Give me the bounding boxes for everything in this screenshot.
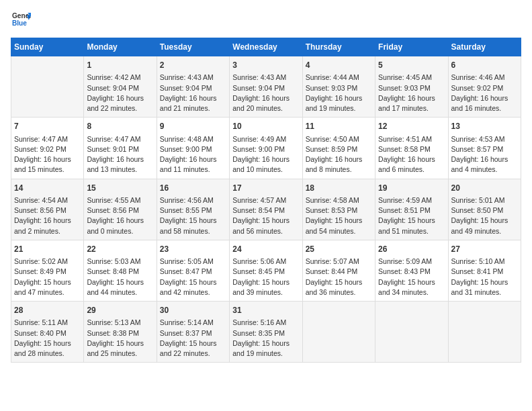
cell-line: Sunrise: 4:43 AM bbox=[232, 73, 299, 83]
day-number: 27 bbox=[451, 244, 518, 255]
cell-line: Daylight: 16 hours bbox=[87, 216, 153, 226]
cell-line: Sunrise: 4:45 AM bbox=[378, 73, 445, 83]
col-header-thursday: Thursday bbox=[302, 38, 375, 56]
cell-line: Daylight: 15 hours bbox=[160, 277, 226, 287]
calendar-cell: 9Sunrise: 4:48 AMSunset: 9:00 PMDaylight… bbox=[157, 118, 229, 179]
calendar-cell: 14Sunrise: 4:54 AMSunset: 8:56 PMDayligh… bbox=[11, 179, 84, 240]
cell-line: Daylight: 15 hours bbox=[306, 216, 372, 226]
cell-line: Daylight: 15 hours bbox=[160, 216, 226, 226]
cell-line: Sunrise: 4:42 AM bbox=[87, 73, 153, 83]
day-number: 8 bbox=[87, 121, 153, 132]
cell-line: Sunrise: 4:56 AM bbox=[160, 195, 226, 205]
cell-line: Sunset: 8:53 PM bbox=[306, 205, 372, 216]
cell-line: Sunrise: 4:47 AM bbox=[14, 134, 81, 144]
calendar-cell: 19Sunrise: 4:59 AMSunset: 8:51 PMDayligh… bbox=[375, 179, 448, 240]
day-number: 20 bbox=[451, 183, 518, 194]
cell-line: Sunset: 8:47 PM bbox=[160, 267, 226, 277]
day-number: 3 bbox=[232, 60, 299, 71]
cell-line: Sunset: 9:00 PM bbox=[232, 144, 299, 154]
cell-line: Sunset: 9:03 PM bbox=[378, 83, 445, 93]
cell-line: and 49 minutes. bbox=[451, 226, 518, 236]
day-number: 17 bbox=[232, 183, 299, 194]
calendar-cell: 15Sunrise: 4:55 AMSunset: 8:56 PMDayligh… bbox=[84, 179, 157, 240]
day-number: 6 bbox=[451, 60, 518, 71]
calendar-cell: 2Sunrise: 4:43 AMSunset: 9:04 PMDaylight… bbox=[157, 56, 229, 118]
calendar-cell: 1Sunrise: 4:42 AMSunset: 9:04 PMDaylight… bbox=[84, 56, 157, 118]
cell-line: Sunrise: 5:13 AM bbox=[87, 318, 153, 328]
cell-line: Sunrise: 5:01 AM bbox=[451, 195, 518, 205]
cell-line: and 15 minutes. bbox=[14, 165, 81, 175]
cell-line: Sunrise: 5:07 AM bbox=[306, 257, 372, 267]
col-header-saturday: Saturday bbox=[448, 38, 521, 56]
col-header-sunday: Sunday bbox=[11, 38, 84, 56]
cell-line: Sunset: 8:38 PM bbox=[87, 328, 153, 338]
page-header: General Blue bbox=[11, 11, 521, 30]
cell-line: Sunrise: 4:48 AM bbox=[160, 134, 226, 144]
day-number: 19 bbox=[378, 183, 445, 194]
cell-line: Sunrise: 5:11 AM bbox=[14, 318, 81, 328]
day-number: 10 bbox=[232, 121, 299, 132]
cell-line: Sunrise: 5:16 AM bbox=[232, 318, 299, 328]
week-row-2: 7Sunrise: 4:47 AMSunset: 9:02 PMDaylight… bbox=[11, 118, 521, 179]
cell-line: and 31 minutes. bbox=[451, 287, 518, 298]
calendar-cell: 4Sunrise: 4:44 AMSunset: 9:03 PMDaylight… bbox=[302, 56, 375, 118]
cell-line: and 19 minutes. bbox=[232, 349, 299, 359]
cell-line: Sunrise: 4:57 AM bbox=[232, 195, 299, 205]
calendar-cell: 24Sunrise: 5:06 AMSunset: 8:45 PMDayligh… bbox=[230, 240, 302, 301]
calendar-cell: 11Sunrise: 4:50 AMSunset: 8:59 PMDayligh… bbox=[302, 118, 375, 179]
cell-line: Daylight: 15 hours bbox=[378, 277, 445, 287]
cell-line: Daylight: 15 hours bbox=[87, 338, 153, 349]
cell-line: Sunset: 9:04 PM bbox=[87, 83, 153, 93]
col-header-wednesday: Wednesday bbox=[230, 38, 302, 56]
calendar-cell: 27Sunrise: 5:10 AMSunset: 8:41 PMDayligh… bbox=[448, 240, 521, 301]
cell-line: Daylight: 15 hours bbox=[451, 216, 518, 226]
cell-line: Sunset: 8:49 PM bbox=[14, 267, 81, 277]
header-row: SundayMondayTuesdayWednesdayThursdayFrid… bbox=[11, 38, 521, 56]
day-number: 7 bbox=[14, 121, 81, 132]
day-number: 24 bbox=[232, 244, 299, 255]
cell-line: Sunrise: 4:51 AM bbox=[378, 134, 445, 144]
cell-line: Sunset: 8:37 PM bbox=[160, 328, 226, 338]
cell-line: Sunset: 9:02 PM bbox=[451, 83, 518, 93]
cell-line: and 20 minutes. bbox=[232, 103, 299, 113]
calendar-cell: 7Sunrise: 4:47 AMSunset: 9:02 PMDaylight… bbox=[11, 118, 84, 179]
cell-line: Daylight: 16 hours bbox=[14, 216, 81, 226]
day-number: 29 bbox=[87, 305, 153, 316]
logo-icon: General Blue bbox=[12, 11, 31, 30]
calendar-cell: 21Sunrise: 5:02 AMSunset: 8:49 PMDayligh… bbox=[11, 240, 84, 301]
cell-line: Sunrise: 5:14 AM bbox=[160, 318, 226, 328]
calendar-cell bbox=[375, 302, 448, 363]
day-number: 28 bbox=[14, 305, 81, 316]
day-number: 11 bbox=[306, 121, 372, 132]
cell-line: and 16 minutes. bbox=[451, 103, 518, 113]
cell-line: and 13 minutes. bbox=[87, 165, 153, 175]
cell-line: Sunset: 8:40 PM bbox=[14, 328, 81, 338]
day-number: 26 bbox=[378, 244, 445, 255]
calendar-cell: 10Sunrise: 4:49 AMSunset: 9:00 PMDayligh… bbox=[230, 118, 302, 179]
calendar-cell: 28Sunrise: 5:11 AMSunset: 8:40 PMDayligh… bbox=[11, 302, 84, 363]
cell-line: Sunset: 8:50 PM bbox=[451, 205, 518, 216]
cell-line: and 22 minutes. bbox=[160, 349, 226, 359]
cell-line: and 2 minutes. bbox=[14, 226, 81, 236]
cell-line: Sunset: 8:54 PM bbox=[232, 205, 299, 216]
day-number: 21 bbox=[14, 244, 81, 255]
cell-line: Daylight: 15 hours bbox=[306, 277, 372, 287]
day-number: 31 bbox=[232, 305, 299, 316]
calendar-cell: 5Sunrise: 4:45 AMSunset: 9:03 PMDaylight… bbox=[375, 56, 448, 118]
day-number: 9 bbox=[160, 121, 226, 132]
calendar-cell: 12Sunrise: 4:51 AMSunset: 8:58 PMDayligh… bbox=[375, 118, 448, 179]
cell-line: Sunrise: 5:10 AM bbox=[451, 257, 518, 267]
cell-line: and 4 minutes. bbox=[451, 165, 518, 175]
week-row-5: 28Sunrise: 5:11 AMSunset: 8:40 PMDayligh… bbox=[11, 302, 521, 363]
cell-line: Sunset: 9:00 PM bbox=[160, 144, 226, 154]
cell-line: Daylight: 15 hours bbox=[160, 338, 226, 349]
cell-line: Daylight: 16 hours bbox=[378, 154, 445, 165]
calendar-cell: 30Sunrise: 5:14 AMSunset: 8:37 PMDayligh… bbox=[157, 302, 229, 363]
day-number: 4 bbox=[306, 60, 372, 71]
cell-line: Daylight: 16 hours bbox=[232, 154, 299, 165]
day-number: 22 bbox=[87, 244, 153, 255]
col-header-monday: Monday bbox=[84, 38, 157, 56]
cell-line: and 10 minutes. bbox=[232, 165, 299, 175]
day-number: 18 bbox=[306, 183, 372, 194]
calendar-cell: 17Sunrise: 4:57 AMSunset: 8:54 PMDayligh… bbox=[230, 179, 302, 240]
